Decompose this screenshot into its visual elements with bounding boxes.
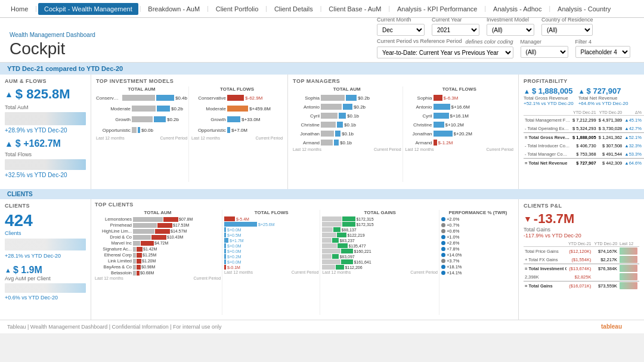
tc-perf-row: +7.8% [441, 246, 515, 252]
nav-client-portfolio[interactable]: Client Portfolio [210, 3, 265, 15]
tc-gains-row: $83,237 [322, 238, 437, 243]
nav-bar: Home | Cockpit - Wealth Management | Bre… [0, 0, 644, 18]
pnl-row-ref: $73,559K [592, 281, 618, 290]
clients-count-change: +28.1% vs YTD Dec-20 [5, 253, 86, 259]
invest-flows-row-growth: Growth $+33.0M [191, 116, 283, 123]
header-title: Cockpit [10, 39, 95, 58]
mgr-flows-sophia: Sophia $-6.3M [405, 94, 513, 101]
aum-up-icon: ▲ [5, 89, 13, 99]
current-year-select[interactable]: 2021 [432, 24, 479, 36]
tc-aum-axis: Last 12 monthsCurrent Period [95, 276, 221, 280]
managers-title: TOP MANAGERS [293, 78, 513, 84]
net-revenue-group: ▲ $ 727,907 Total Net Revenue +64.6% vs … [578, 86, 628, 106]
tc-flows-sub: TOTAL FLOWS $-5.4M $+25.6M $+0.0M $+0.5M… [222, 210, 318, 315]
header-controls: Current Month Dec Current Year 2021 Inve… [377, 17, 634, 58]
pnl-row-sparkline [618, 273, 639, 281]
tc-flows-axis: Last 12 monthsCurrent Period [224, 270, 318, 274]
tc-aum-row: HighLine Lim... $14.57M [95, 228, 221, 234]
invest-flows-axis: Last 12 months Current Period [191, 136, 283, 140]
tc-gains-row: $88,137 [322, 227, 437, 232]
invest-aum-axis: Last 12 months Current Period [96, 136, 187, 140]
avg-up-icon: ▲ [5, 267, 11, 274]
clients-banner-text: CLIENTS [7, 191, 33, 197]
tc-perf-row: +1.0% [441, 234, 515, 240]
mgr-aum-cyril: Cyril $0.1b [293, 112, 401, 119]
tc-perf-row: +14.1% [441, 270, 515, 276]
perf-dot [441, 241, 445, 245]
nav-analysis-kpi[interactable]: Analysis - KPI Performance [391, 3, 484, 15]
pnl-row-ref: $74,167K [592, 247, 618, 256]
perf-dot [441, 235, 445, 239]
profit-row-label: Total Management Fees [524, 116, 571, 125]
pnl-row-label: + Total FX Gains [524, 255, 566, 264]
top-clients-title: TOP CLIENTS [95, 202, 515, 208]
tc-gains-row: $172,315 [322, 222, 437, 227]
mgr-aum-sophia: Sophia $0.2b [293, 94, 401, 101]
nav-breakdown[interactable]: Breakdown - AuM [142, 3, 206, 15]
avg-aum-group: ▲ $ 1.9M Avg AuM per Client +0.6% vs YTD… [5, 265, 86, 301]
tc-gains-row: $161,641 [322, 259, 437, 264]
profit-row-ytd: $ 7,212,299 [571, 116, 597, 125]
tc-flows-bars: $-5.4M $+25.6M $+0.0M $+0.5M $+1.7M $+0.… [224, 216, 318, 270]
profitability-table: YTD Dec-21 YTD Dec-20 Δ% Last 12 Total M… [524, 110, 644, 167]
mgr-flows-cyril: Cyril $+16.1M [405, 112, 513, 119]
managers-aum-title: TOTAL AUM [293, 86, 401, 92]
country-select[interactable]: (All) [541, 24, 593, 36]
header-branding: Wealth Management Dashboard Cockpit [10, 32, 95, 58]
manager-label: Manager [521, 39, 568, 45]
pnl-total-val: -13.7M [534, 211, 574, 227]
tc-flows-row: $+0.0M [224, 243, 318, 248]
nav-cockpit[interactable]: Cockpit - Wealth Management [38, 3, 138, 15]
investment-model-select[interactable]: (All) [487, 24, 534, 36]
svg-text:tableau: tableau [601, 323, 622, 330]
current-month-select[interactable]: Dec [377, 24, 425, 36]
flows-value-group: ▲ $ +162.7M [5, 138, 86, 149]
pnl-title: CLIENTS P&L [524, 203, 639, 209]
flows-label: Total Flows [5, 151, 86, 157]
tc-perf-row: +3.7% [441, 258, 515, 264]
pnl-row-sparkline [618, 247, 639, 256]
invest-flows-sub: TOTAL FLOWS Conservative $-62.9M Moderat… [188, 86, 283, 182]
nav-client-base[interactable]: Client Base - AuM [323, 3, 387, 15]
tc-aum-bars: Lemonstones $07.8M Primehead $17.53M Hig… [95, 216, 221, 276]
managers-aum-sub: TOTAL AUM Sophia $0.2b Antonio [293, 86, 401, 182]
gross-revenue-change: +52.1% vs YTD Dec-20 [524, 101, 574, 106]
avg-aum-label: Avg AuM per Client [5, 276, 86, 281]
nav-analysis-country[interactable]: Analysis - Country [552, 3, 617, 15]
clients-mini-chart [5, 239, 86, 250]
nav-home[interactable]: Home [5, 3, 34, 15]
perf-dot [441, 229, 445, 233]
mgr-flows-axis: Last 12 months Current Period [405, 147, 513, 151]
pnl-row-sparkline [618, 264, 639, 273]
current-month-control: Current Month Dec [377, 17, 425, 36]
current-year-control: Current Year 2021 [432, 17, 479, 36]
perf-dot [441, 217, 445, 221]
clients-count-label: Clients [5, 230, 86, 236]
header: Wealth Management Dashboard Cockpit Curr… [0, 18, 644, 63]
profit-row-ref: $ 307,508 [597, 141, 624, 150]
gross-revenue-label: Total Gross Revenue [524, 95, 574, 101]
tc-gains-row: $172,315 [322, 216, 437, 221]
tc-perf-row: +18.1% [441, 264, 515, 270]
tc-flows-row: $+0.0M [224, 227, 318, 232]
controls-row-2: Current Period vs Reference Period defin… [377, 38, 634, 58]
perf-dot [441, 271, 445, 275]
filter4-select[interactable]: Placeholder 4 [575, 46, 630, 58]
pnl-row-label: Total Price Gains [524, 247, 566, 256]
nav-analysis-adhoc[interactable]: Analysis - Adhoc [487, 3, 547, 15]
mgr-aum-axis: Last 12 months Current Period [293, 147, 401, 151]
manager-select[interactable]: (All) [521, 46, 568, 58]
pnl-row-ref [592, 273, 618, 281]
tc-gains-title: TOTAL GAINS [322, 210, 437, 215]
avg-aum-val: $ 1.9M [13, 265, 42, 276]
net-revenue-val: $ 727,907 [587, 86, 621, 95]
tc-flows-row: $+0.2M [224, 254, 318, 259]
invest-aum-sub: TOTAL AUM Conservative $0.4b Moderate [96, 86, 187, 182]
nav-client-details[interactable]: Client Details [268, 3, 319, 15]
period-select[interactable]: Year-to-Date: Current Year vs Previous Y… [377, 47, 513, 58]
country-control: Country of Residence (All) [541, 17, 593, 36]
flows-change: +32.5% vs YTD Dec-20 [5, 172, 86, 178]
mgr-aum-christine: Christine $0.1b [293, 121, 401, 128]
gross-revenue-group: ▲ $ 1,888,005 Total Gross Revenue +52.1%… [524, 86, 574, 106]
mgr-aum-jonathan: Jonathan $0.1b [293, 130, 401, 137]
